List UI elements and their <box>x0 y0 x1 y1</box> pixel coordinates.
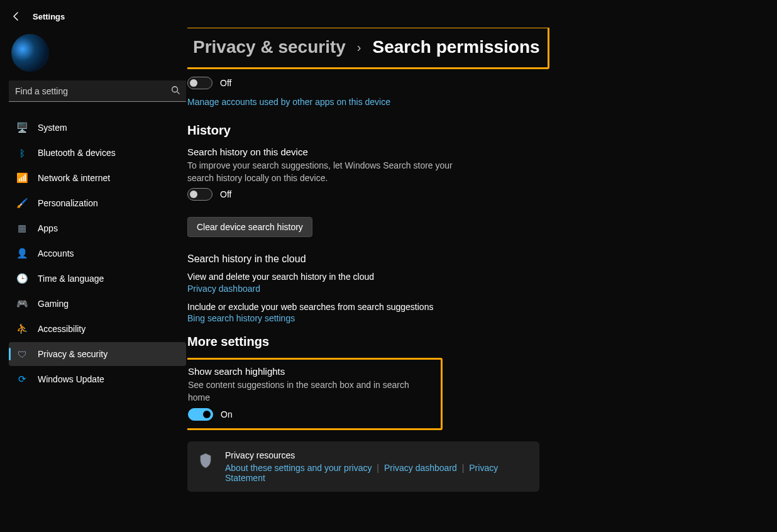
sidebar-item-label: Accessibility <box>38 324 85 334</box>
search-box[interactable] <box>9 80 186 102</box>
account-toggle-row: Off <box>187 77 752 89</box>
sidebar-item-accessibility[interactable]: ⛹Accessibility <box>9 317 186 341</box>
sidebar-item-label: Time & language <box>38 274 104 284</box>
app-title: Settings <box>33 12 65 21</box>
privacy-resources-links: About these settings and your privacy | … <box>225 463 528 483</box>
account-toggle-state: Off <box>220 78 231 88</box>
bluetooth-icon: ᛒ <box>16 148 28 158</box>
sidebar-item-label: Accounts <box>38 248 74 258</box>
sidebar-item-system[interactable]: 🖥️System <box>9 116 186 140</box>
wifi-icon: 📶 <box>16 172 28 184</box>
sidebar-item-privacy-security[interactable]: 🛡Privacy & security <box>9 342 186 366</box>
history-device-desc: To improve your search suggestions, let … <box>187 160 464 184</box>
privacy-resources-card: Privacy resources About these settings a… <box>187 441 539 492</box>
sidebar-item-gaming[interactable]: 🎮Gaming <box>9 292 186 316</box>
search-icon <box>171 86 180 96</box>
page-title: Search permissions <box>372 37 539 57</box>
sidebar-item-windows-update[interactable]: ⟳Windows Update <box>9 367 186 391</box>
person-icon: 👤 <box>16 248 28 259</box>
history-device-title: Search history on this device <box>187 147 752 157</box>
shield-icon <box>199 453 212 471</box>
sidebar-item-apps[interactable]: ▦Apps <box>9 216 186 240</box>
shield-icon: 🛡 <box>16 349 28 360</box>
main-content: Privacy & security › Search permissions … <box>187 28 752 532</box>
privacy-dashboard-link[interactable]: Privacy dashboard <box>187 284 260 294</box>
sidebar-item-label: Bluetooth & devices <box>38 148 116 158</box>
sidebar-item-label: Personalization <box>38 198 98 208</box>
more-settings-heading: More settings <box>187 335 752 349</box>
sidebar: 🖥️System ᛒBluetooth & devices 📶Network &… <box>0 30 195 532</box>
search-highlights-toggle-state: On <box>221 409 233 419</box>
sidebar-item-label: System <box>38 123 67 133</box>
arrow-left-icon <box>11 11 21 21</box>
sidebar-item-label: Windows Update <box>38 374 104 384</box>
sidebar-item-accounts[interactable]: 👤Accounts <box>9 241 186 265</box>
chevron-right-icon: › <box>357 40 361 55</box>
history-cloud-title: Search history in the cloud <box>187 253 752 265</box>
search-highlights-title: Show search highlights <box>188 366 433 377</box>
search-input[interactable] <box>15 86 171 96</box>
sidebar-item-bluetooth[interactable]: ᛒBluetooth & devices <box>9 141 186 165</box>
search-highlights-desc: See content suggestions in the search bo… <box>188 379 433 404</box>
breadcrumb: Privacy & security › Search permissions <box>190 32 543 64</box>
monitor-icon: 🖥️ <box>16 122 28 133</box>
brush-icon: 🖌️ <box>16 197 28 209</box>
bing-history-link[interactable]: Bing search history settings <box>187 313 295 323</box>
accessibility-icon: ⛹ <box>16 323 28 335</box>
search-highlights-toggle[interactable] <box>188 408 213 421</box>
breadcrumb-highlight: Privacy & security › Search permissions <box>187 28 549 69</box>
history-device-toggle-state: Off <box>220 189 231 199</box>
avatar[interactable] <box>11 34 49 72</box>
sidebar-item-personalization[interactable]: 🖌️Personalization <box>9 191 186 215</box>
manage-accounts-link[interactable]: Manage accounts used by other apps on th… <box>187 97 390 107</box>
sidebar-item-time-language[interactable]: 🕒Time & language <box>9 267 186 291</box>
privacy-resources-title: Privacy resources <box>225 450 528 460</box>
clear-history-button[interactable]: Clear device search history <box>187 217 312 237</box>
history-cloud-include-exclude: Include or exclude your web searches fro… <box>187 301 464 314</box>
apps-icon: ▦ <box>16 223 28 234</box>
sidebar-item-label: Gaming <box>38 299 69 309</box>
update-icon: ⟳ <box>16 374 28 385</box>
breadcrumb-parent[interactable]: Privacy & security <box>193 37 346 57</box>
account-toggle[interactable] <box>187 77 212 89</box>
history-device-toggle[interactable] <box>187 188 212 201</box>
sidebar-item-label: Apps <box>38 223 58 233</box>
privacy-dashboard-footer-link[interactable]: Privacy dashboard <box>384 463 457 473</box>
sidebar-item-label: Privacy & security <box>38 349 107 359</box>
clock-icon: 🕒 <box>16 273 28 284</box>
about-privacy-link[interactable]: About these settings and your privacy <box>225 463 372 473</box>
back-button[interactable] <box>10 10 23 23</box>
history-heading: History <box>187 123 752 138</box>
sidebar-item-network[interactable]: 📶Network & internet <box>9 166 186 190</box>
gamepad-icon: 🎮 <box>16 298 28 309</box>
nav-list: 🖥️System ᛒBluetooth & devices 📶Network &… <box>9 116 186 391</box>
sidebar-item-label: Network & internet <box>38 173 110 183</box>
search-highlights-highlight: Show search highlights See content sugge… <box>187 358 443 429</box>
history-cloud-view-delete: View and delete your search history in t… <box>187 271 464 284</box>
